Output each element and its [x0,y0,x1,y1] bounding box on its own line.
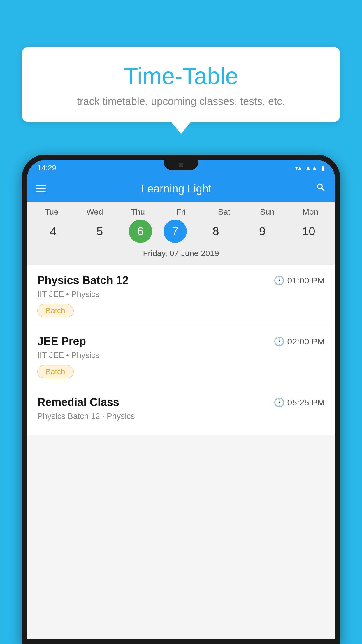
schedule-time: 🕐 05:25 PM [274,397,325,407]
day-header-sun[interactable]: Sun [250,207,285,217]
notch-camera [179,163,183,167]
batch-badge: Batch [37,304,74,317]
batch-badge: Batch [37,365,74,378]
day-header-tue[interactable]: Tue [34,207,69,217]
schedule-meta: IIT JEE • Physics [37,290,325,299]
speech-bubble: Time-Table track timetable, upcoming cla… [22,47,340,122]
phone-screen: 14:29 ▾▴ ▲▲ ▮ Learning Light [27,160,335,639]
schedule-item-header: Physics Batch 12 🕐 01:00 PM [37,274,325,287]
day-header-wed[interactable]: Wed [77,207,112,217]
signal-icon: ▲▲ [305,164,318,172]
selected-date: Friday, 07 June 2019 [27,247,335,262]
day-header-fri[interactable]: Fri [164,207,198,217]
wifi-icon: ▾▴ [295,164,301,172]
calendar-section: Tue Wed Thu Fri Sat Sun Mon 4 5 6 7 8 9 … [27,202,335,265]
phone-frame: 14:29 ▾▴ ▲▲ ▮ Learning Light [22,155,340,644]
schedule-meta: Physics Batch 12 · Physics [37,412,325,421]
schedule-name: JEE Prep [37,335,86,348]
status-bar: 14:29 ▾▴ ▲▲ ▮ [27,160,335,176]
hamburger-line [36,185,46,186]
search-icon[interactable] [316,182,326,195]
day-header-sat[interactable]: Sat [207,207,242,217]
status-icons: ▾▴ ▲▲ ▮ [295,164,325,172]
status-time: 14:29 [37,163,56,172]
schedule-name: Remedial Class [37,396,119,409]
clock-icon: 🕐 [274,397,284,407]
schedule-list: Physics Batch 12 🕐 01:00 PM IIT JEE • Ph… [27,265,335,435]
hamburger-line [36,191,46,192]
hamburger-line [36,188,46,189]
clock-icon: 🕐 [274,275,284,286]
day-10[interactable]: 10 [291,220,326,243]
day-header-thu[interactable]: Thu [120,207,155,217]
schedule-meta: IIT JEE • Physics [37,351,325,360]
schedule-item[interactable]: Remedial Class 🕐 05:25 PM Physics Batch … [27,387,335,435]
hamburger-menu-icon[interactable] [36,185,46,192]
time-value: 01:00 PM [287,276,325,286]
schedule-item[interactable]: JEE Prep 🕐 02:00 PM IIT JEE • Physics Ba… [27,326,335,387]
day-6-today[interactable]: 6 [129,220,152,243]
schedule-time: 🕐 02:00 PM [274,336,325,346]
schedule-time: 🕐 01:00 PM [274,275,325,286]
schedule-item-header: Remedial Class 🕐 05:25 PM [37,396,325,409]
day-numbers: 4 5 6 7 8 9 10 [27,220,335,243]
day-header-mon[interactable]: Mon [293,207,328,217]
clock-icon: 🕐 [274,336,284,346]
day-headers: Tue Wed Thu Fri Sat Sun Mon [27,207,335,217]
day-5[interactable]: 5 [82,220,117,243]
schedule-item[interactable]: Physics Batch 12 🕐 01:00 PM IIT JEE • Ph… [27,265,335,326]
app-title: Learning Light [55,183,298,195]
day-4[interactable]: 4 [36,220,71,243]
phone-notch [164,160,198,170]
day-9[interactable]: 9 [245,220,280,243]
bubble-title: Time-Table [39,63,323,90]
time-value: 05:25 PM [287,398,325,407]
day-8[interactable]: 8 [198,220,233,243]
time-value: 02:00 PM [287,337,325,346]
day-7-selected[interactable]: 7 [164,220,187,243]
schedule-name: Physics Batch 12 [37,274,129,287]
bubble-subtitle: track timetable, upcoming classes, tests… [39,95,323,108]
schedule-item-header: JEE Prep 🕐 02:00 PM [37,335,325,348]
app-bar: Learning Light [27,176,335,202]
battery-icon: ▮ [321,164,325,172]
